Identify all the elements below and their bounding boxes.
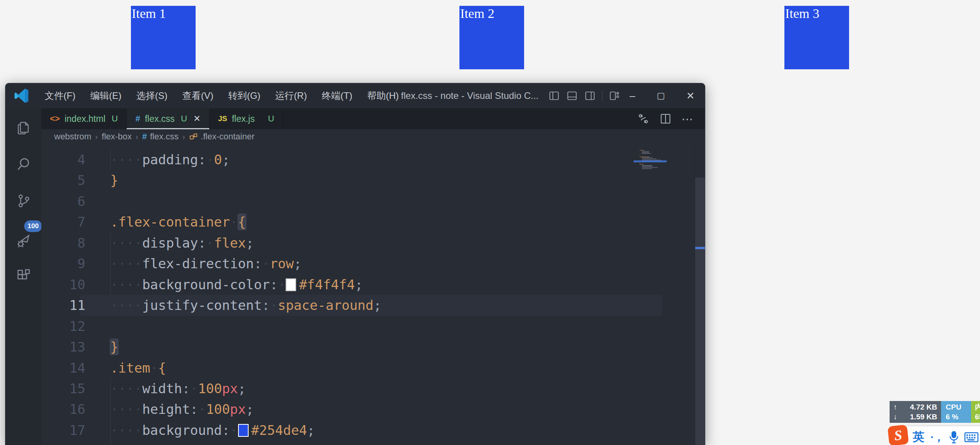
network-speed-panel: ↑4.72 KB ↓1.59 KB bbox=[890, 401, 941, 423]
code-line-13[interactable] bbox=[41, 336, 705, 357]
code-token: { bbox=[238, 214, 246, 230]
code-token: ; bbox=[374, 297, 381, 313]
code-token: · bbox=[270, 297, 277, 313]
editor-actions: ⋯ bbox=[627, 108, 694, 129]
search-icon[interactable] bbox=[5, 152, 41, 177]
code-line-5[interactable] bbox=[41, 170, 705, 191]
color-swatch[interactable] bbox=[238, 424, 249, 437]
code-token: ···· bbox=[110, 381, 142, 396]
code-token: row bbox=[270, 256, 293, 271]
code-token: · bbox=[198, 443, 206, 445]
flex.js-file-icon: JS bbox=[218, 114, 227, 123]
code-token: : bbox=[182, 381, 190, 396]
menu-edit[interactable]: 编辑(E) bbox=[83, 86, 129, 105]
explorer-icon[interactable] bbox=[5, 115, 41, 140]
system-monitor-widgets: ↑4.72 KB ↓1.59 KB CPU 6 % 内存 65 bbox=[890, 401, 980, 423]
code-token: : bbox=[190, 401, 198, 417]
code-token: flex-direction bbox=[142, 256, 254, 271]
menu-terminal[interactable]: 终端(T) bbox=[314, 86, 360, 105]
code-token: ; bbox=[246, 235, 254, 251]
code-token: px bbox=[222, 443, 238, 445]
code-token: } bbox=[110, 172, 118, 188]
code-token: px bbox=[222, 381, 238, 396]
code-token: · bbox=[190, 381, 198, 396]
split-editor-icon[interactable] bbox=[660, 113, 671, 125]
code-token: · bbox=[198, 401, 206, 417]
ime-punctuation-icon[interactable]: ·， bbox=[931, 430, 943, 445]
menu-selection[interactable]: 选择(S) bbox=[129, 86, 175, 105]
cpu-panel: CPU 6 % bbox=[941, 401, 971, 423]
upload-arrow-icon: ↑ bbox=[893, 402, 897, 412]
extensions-icon[interactable] bbox=[5, 263, 41, 288]
keyboard-icon[interactable] bbox=[964, 431, 978, 443]
code-token: height bbox=[142, 401, 190, 417]
sogou-logo-icon[interactable]: S bbox=[888, 425, 909, 445]
ime-language-mode[interactable]: 英 bbox=[913, 429, 924, 445]
code-token: : bbox=[254, 256, 261, 271]
code-line-12[interactable] bbox=[41, 316, 705, 337]
line-number: 16 bbox=[44, 399, 85, 420]
window-title: flex.css - note - Visual Studio C... bbox=[401, 83, 549, 108]
breadcrumb-symbol[interactable]: .flex-container bbox=[201, 132, 254, 142]
code-token: display bbox=[142, 235, 198, 251]
chevron-right-icon: › bbox=[95, 132, 98, 141]
git-untracked-badge: U bbox=[112, 114, 118, 124]
ime-toolbar: S 英 ·， bbox=[896, 426, 980, 445]
code-token: .flex-container bbox=[110, 214, 230, 230]
flex-item-label: Item 3 bbox=[784, 6, 849, 21]
git-untracked-badge: U bbox=[268, 114, 274, 124]
run-debug-icon[interactable] bbox=[5, 227, 41, 252]
menu-file[interactable]: 文件(F) bbox=[37, 86, 83, 105]
code-editor[interactable]: 4····padding:·0;5}67.flex-container·{8··… bbox=[41, 144, 705, 445]
titlebar: 文件(F) 编辑(E) 选择(S) 查看(V) 转到(G) 运行(R) 终端(T… bbox=[5, 83, 705, 108]
tab-bar: <>index.htmlU#flex.cssU✕JSflex.jsU bbox=[41, 108, 705, 129]
upload-speed: 4.72 KB bbox=[910, 402, 937, 412]
maximize-button[interactable]: ▢ bbox=[649, 83, 673, 108]
toggle-sidebar-icon[interactable] bbox=[549, 91, 559, 101]
microphone-icon[interactable] bbox=[948, 431, 960, 444]
css-file-icon: # bbox=[142, 132, 147, 142]
open-changes-icon[interactable] bbox=[637, 113, 650, 125]
customize-layout-icon[interactable] bbox=[609, 91, 620, 101]
code-token: ; bbox=[238, 381, 246, 396]
code-token: · bbox=[206, 152, 214, 167]
line-number: 10 bbox=[44, 274, 85, 295]
breadcrumb-file[interactable]: flex.css bbox=[150, 132, 178, 142]
tab-close-icon[interactable]: ✕ bbox=[193, 114, 200, 124]
source-control-icon[interactable] bbox=[5, 188, 41, 213]
close-button[interactable]: ✕ bbox=[678, 83, 703, 108]
memory-value: 65 bbox=[975, 412, 980, 422]
code-line-6[interactable] bbox=[41, 191, 705, 212]
line-number: 6 bbox=[44, 191, 85, 212]
breadcrumb-folder[interactable]: flex-box bbox=[102, 132, 132, 142]
code-token: ; bbox=[307, 422, 315, 438]
menu-run[interactable]: 运行(R) bbox=[268, 86, 314, 105]
tab-label: index.html bbox=[65, 114, 106, 124]
tab-index.html[interactable]: <>index.htmlU bbox=[41, 108, 127, 129]
chevron-right-icon: › bbox=[182, 132, 185, 141]
code-token: 0 bbox=[214, 152, 222, 167]
flex-item-2: Item 2 bbox=[459, 6, 524, 69]
activity-bar: 100 bbox=[5, 108, 41, 445]
code-token: background-color bbox=[142, 277, 270, 292]
flex.css-file-icon: # bbox=[135, 114, 140, 124]
toggle-secondary-sidebar-icon[interactable] bbox=[585, 91, 595, 101]
color-swatch[interactable] bbox=[286, 278, 296, 291]
menu-help[interactable]: 帮助(H) bbox=[360, 86, 406, 105]
more-actions-icon[interactable]: ⋯ bbox=[682, 112, 694, 126]
code-token: justify-content bbox=[142, 297, 262, 313]
chevron-right-icon: › bbox=[136, 132, 138, 141]
code-token: } bbox=[110, 339, 118, 355]
code-token: padding bbox=[142, 152, 198, 167]
toggle-panel-icon[interactable] bbox=[567, 91, 577, 101]
desktop: Item 1 Item 2 Item 3 文件(F) 编辑(E) 选择(S) 查… bbox=[0, 0, 980, 445]
cpu-value: 6 % bbox=[946, 412, 966, 422]
breadcrumb-folder[interactable]: webstrom bbox=[54, 132, 91, 142]
menu-view[interactable]: 查看(V) bbox=[175, 86, 221, 105]
menu-goto[interactable]: 转到(G) bbox=[221, 86, 268, 105]
tab-flex.js[interactable]: JSflex.jsU bbox=[210, 108, 283, 129]
line-number: 4 bbox=[44, 149, 85, 170]
minimize-button[interactable]: – bbox=[620, 83, 645, 108]
line-number: 9 bbox=[44, 253, 85, 274]
tab-flex.css[interactable]: #flex.cssU✕ bbox=[127, 108, 209, 129]
